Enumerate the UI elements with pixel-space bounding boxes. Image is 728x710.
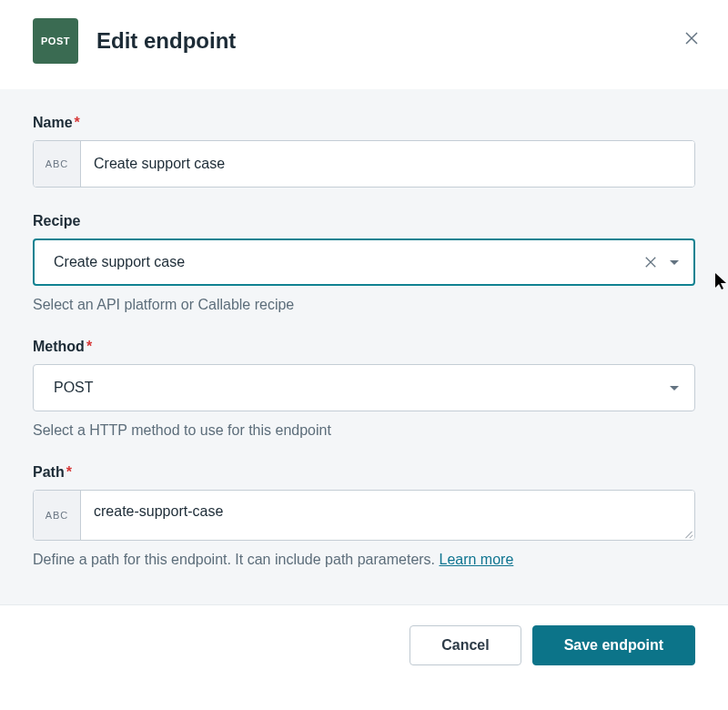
method-help: Select a HTTP method to use for this end…: [33, 422, 695, 439]
recipe-help: Select an API platform or Callable recip…: [33, 297, 695, 313]
name-label: Name*: [33, 115, 695, 131]
close-icon: [684, 31, 699, 46]
required-mark: *: [86, 339, 92, 354]
method-label: Method*: [33, 339, 695, 355]
path-field-group: Path* ABC Define a path for this endpoin…: [33, 464, 695, 568]
chevron-down-icon: [669, 383, 680, 394]
chevron-down-icon: [669, 258, 680, 269]
name-input[interactable]: [81, 141, 694, 187]
modal-title: Edit endpoint: [96, 28, 236, 54]
method-value: POST: [54, 380, 669, 396]
path-label: Path*: [33, 464, 695, 481]
recipe-value: Create support case: [54, 254, 642, 270]
recipe-select[interactable]: Create support case: [33, 238, 695, 286]
method-badge: POST: [33, 18, 78, 64]
method-field-group: Method* POST Select a HTTP method to use…: [33, 339, 695, 439]
recipe-clear-button[interactable]: [642, 253, 660, 271]
required-mark: *: [75, 115, 80, 130]
modal-header: POST Edit endpoint: [0, 0, 728, 89]
cancel-button[interactable]: Cancel: [410, 625, 521, 665]
path-input-wrapper: ABC: [33, 490, 695, 541]
name-input-prefix: ABC: [34, 141, 81, 187]
method-arrow: [669, 381, 682, 394]
recipe-label: Recipe: [33, 213, 695, 229]
learn-more-link[interactable]: Learn more: [440, 552, 514, 567]
recipe-arrow: [669, 256, 682, 269]
path-input-prefix: ABC: [34, 491, 81, 540]
path-input[interactable]: [81, 491, 694, 540]
name-input-wrapper: ABC: [33, 140, 695, 188]
save-endpoint-button[interactable]: Save endpoint: [532, 625, 695, 665]
form-body: Name* ABC Recipe Create support case Sel…: [0, 89, 728, 604]
clear-icon: [644, 256, 657, 269]
modal-footer: Cancel Save endpoint: [0, 604, 728, 687]
close-button[interactable]: [681, 27, 703, 49]
recipe-field-group: Recipe Create support case Select an API…: [33, 213, 695, 313]
name-field-group: Name* ABC: [33, 115, 695, 188]
required-mark: *: [66, 464, 72, 480]
method-select[interactable]: POST: [33, 364, 695, 411]
path-help: Define a path for this endpoint. It can …: [33, 552, 695, 568]
